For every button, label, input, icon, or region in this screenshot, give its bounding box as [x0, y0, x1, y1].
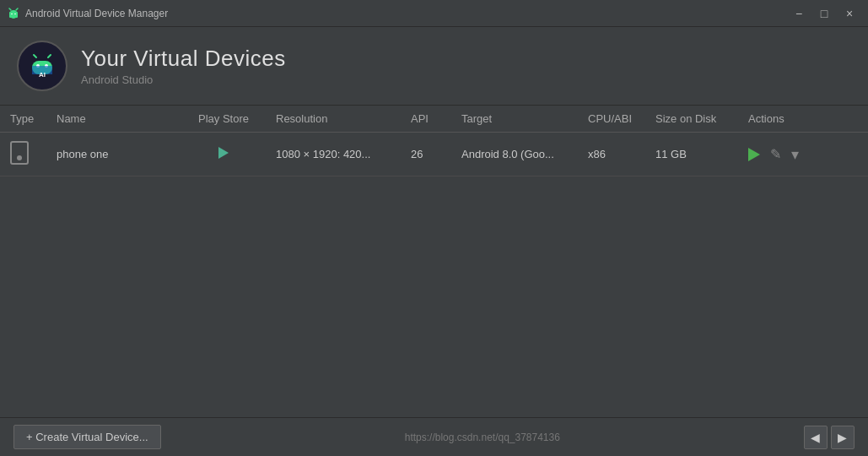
phone-type-icon [10, 141, 29, 165]
maximize-button[interactable]: □ [812, 2, 836, 25]
svg-line-9 [34, 55, 36, 57]
col-header-api: API [401, 106, 451, 133]
table-header: Type Name Play Store Resolution API Targ… [0, 106, 868, 133]
cell-cpu: x86 [578, 133, 645, 176]
cell-api: 26 [401, 133, 451, 176]
col-header-type: Type [0, 106, 46, 133]
cell-actions: ✎ ▾ [738, 133, 868, 176]
col-header-playstore: Play Store [181, 106, 266, 133]
cell-resolution: 1080 × 1920: 420... [266, 133, 401, 176]
forward-button[interactable]: ▶ [831, 426, 855, 449]
title-bar: Android Virtual Device Manager − □ × [0, 0, 868, 27]
footer-nav: ◀ ▶ [804, 426, 855, 449]
cell-size: 11 GB [645, 133, 738, 176]
playstore-icon [218, 147, 229, 159]
table-body: phone one1080 × 1920: 420...26Android 8.… [0, 133, 868, 176]
window-title: Android Virtual Device Manager [25, 8, 787, 19]
header-text: Your Virtual Devices Android Studio [81, 46, 286, 86]
page-header: AI Your Virtual Devices Android Studio [0, 27, 868, 106]
minimize-button[interactable]: − [787, 2, 811, 25]
devices-table: Type Name Play Store Resolution API Targ… [0, 106, 868, 176]
footer-url: https://blog.csdn.net/qq_37874136 [405, 432, 560, 443]
footer: + Create Virtual Device... https://blog.… [0, 417, 868, 456]
col-header-size: Size on Disk [645, 106, 738, 133]
svg-point-4 [11, 13, 13, 14]
col-header-resolution: Resolution [266, 106, 401, 133]
svg-rect-1 [9, 12, 18, 18]
page-subtitle: Android Studio [81, 73, 286, 86]
window-controls: − □ × [787, 2, 861, 25]
cell-name: phone one [46, 133, 181, 176]
cell-type [0, 133, 46, 176]
page-title: Your Virtual Devices [81, 46, 286, 72]
run-button[interactable] [748, 148, 760, 161]
cell-playstore [181, 133, 266, 176]
devices-table-wrapper: Type Name Play Store Resolution API Targ… [0, 106, 868, 417]
col-header-actions: Actions [738, 106, 868, 133]
svg-line-10 [48, 55, 51, 57]
table-row: phone one1080 × 1920: 420...26Android 8.… [0, 133, 868, 176]
svg-line-2 [9, 8, 11, 10]
create-virtual-device-button[interactable]: + Create Virtual Device... [13, 425, 161, 449]
svg-line-3 [16, 8, 18, 10]
back-button[interactable]: ◀ [804, 426, 828, 449]
more-actions-button[interactable]: ▾ [791, 145, 799, 164]
android-logo: AI [17, 41, 67, 91]
svg-text:AI: AI [39, 71, 46, 79]
svg-point-5 [14, 13, 16, 14]
col-header-cpu: CPU/ABI [578, 106, 645, 133]
cell-target: Android 8.0 (Goo... [451, 133, 578, 176]
col-header-target: Target [451, 106, 578, 133]
close-button[interactable]: × [838, 2, 861, 25]
app-icon [7, 7, 20, 20]
col-header-name: Name [46, 106, 181, 133]
edit-button[interactable]: ✎ [770, 146, 781, 162]
